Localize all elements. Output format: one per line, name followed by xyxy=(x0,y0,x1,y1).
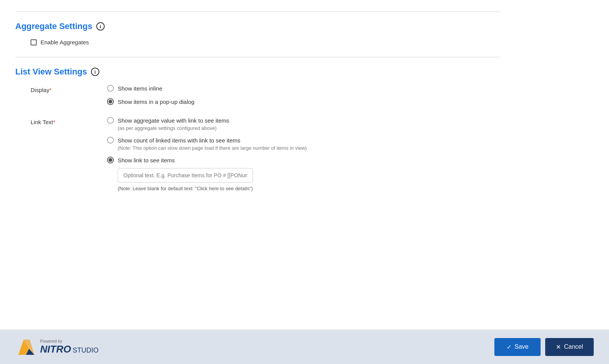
link-text-radio-count[interactable] xyxy=(107,137,114,144)
aggregate-settings-body: Enable Aggregates xyxy=(15,39,500,45)
list-view-settings-heading: List View Settings xyxy=(15,67,87,77)
aggregate-settings-info-icon[interactable]: i xyxy=(96,22,105,31)
enable-aggregates-row: Enable Aggregates xyxy=(31,39,500,45)
footer-buttons: ✓ Save ✕ Cancel xyxy=(494,338,594,356)
link-text-required-star: * xyxy=(53,119,55,125)
save-button[interactable]: ✓ Save xyxy=(494,338,541,356)
link-text-option-link: Show link to see items (Note: Leave blan… xyxy=(107,156,500,191)
aggregate-settings-heading: Aggregate Settings xyxy=(15,21,92,31)
display-required-star: * xyxy=(49,87,52,93)
link-text-label: Link Text* xyxy=(31,116,107,125)
nitro-logo-icon xyxy=(15,336,36,358)
display-radio-inline[interactable] xyxy=(107,85,114,92)
display-option-inline: Show items inline xyxy=(107,84,500,92)
save-label: Save xyxy=(515,343,528,350)
link-text-radio-link[interactable] xyxy=(107,157,114,163)
nitro-word: NITRO xyxy=(40,343,71,355)
footer: Powered by NITRO STUDIO ✓ Save ✕ Cancel xyxy=(0,330,609,364)
link-text-option-aggregate: Show aggregate value with link to see it… xyxy=(107,116,500,131)
display-popup-label: Show items in a pop-up dialog xyxy=(118,98,194,106)
top-divider xyxy=(15,11,500,12)
link-text-count-label: Show count of linked items with link to … xyxy=(118,136,307,144)
link-text-form-row: Link Text* Show aggregate value with lin… xyxy=(31,116,500,191)
nitro-logo: Powered by NITRO STUDIO xyxy=(15,336,99,358)
link-text-input-note: (Note: Leave blank for default text: "Cl… xyxy=(118,186,253,191)
display-option-popup: Show items in a pop-up dialog xyxy=(107,98,500,106)
cancel-button[interactable]: ✕ Cancel xyxy=(545,338,594,356)
list-view-settings-title: List View Settings i xyxy=(15,67,500,77)
nitro-brand: NITRO STUDIO xyxy=(40,343,99,355)
cancel-label: Cancel xyxy=(564,343,583,350)
display-form-row: Display* Show items inline Show items in… xyxy=(31,84,500,106)
display-radio-popup[interactable] xyxy=(107,98,114,105)
list-view-settings-info-icon[interactable]: i xyxy=(91,68,99,76)
link-text-input[interactable] xyxy=(118,168,253,183)
link-text-option-count: Show count of linked items with link to … xyxy=(107,136,500,151)
aggregate-settings-title: Aggregate Settings i xyxy=(15,21,500,31)
link-text-radio-aggregate[interactable] xyxy=(107,117,114,124)
display-label: Display* xyxy=(31,84,107,93)
section-divider xyxy=(15,57,500,57)
enable-aggregates-label: Enable Aggregates xyxy=(40,39,89,45)
powered-by-label: Powered by xyxy=(40,339,99,343)
link-text-options: Show aggregate value with link to see it… xyxy=(107,116,500,191)
cancel-icon: ✕ xyxy=(556,343,561,351)
display-options: Show items inline Show items in a pop-up… xyxy=(107,84,500,106)
nitro-logo-text: Powered by NITRO STUDIO xyxy=(40,339,99,355)
display-inline-label: Show items inline xyxy=(118,84,162,92)
save-icon: ✓ xyxy=(507,343,512,351)
link-text-aggregate-sublabel: (as per aggregate settings configured ab… xyxy=(118,125,229,131)
link-text-count-sublabel: (Note: This option can slow down page lo… xyxy=(118,145,307,151)
link-text-aggregate-label: Show aggregate value with link to see it… xyxy=(118,116,229,125)
list-view-settings-body: Display* Show items inline Show items in… xyxy=(15,84,500,191)
link-text-link-label: Show link to see items xyxy=(118,156,253,164)
enable-aggregates-checkbox[interactable] xyxy=(31,39,37,45)
studio-word: STUDIO xyxy=(73,346,99,354)
